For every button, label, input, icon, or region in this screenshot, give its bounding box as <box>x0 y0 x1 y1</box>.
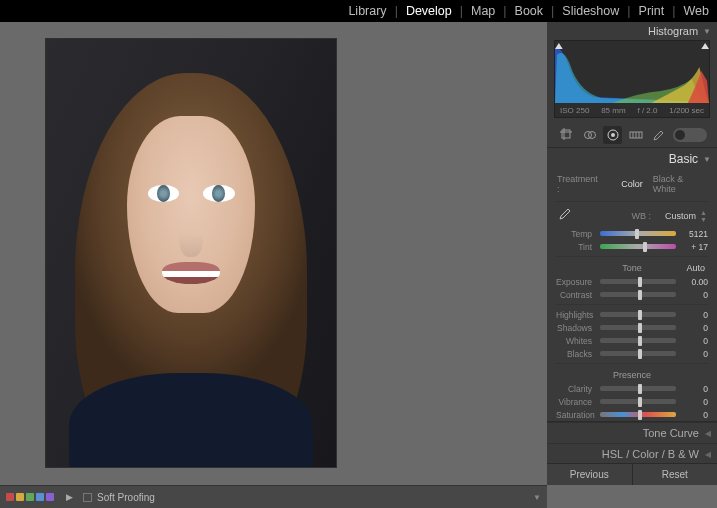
photo-canvas[interactable] <box>46 39 336 467</box>
reset-button[interactable]: Reset <box>633 464 718 485</box>
highlights-value[interactable]: 0 <box>680 310 708 320</box>
tint-label: Tint <box>556 242 596 252</box>
shadows-value[interactable]: 0 <box>680 323 708 333</box>
redeye-tool-icon[interactable] <box>603 126 622 144</box>
tint-value[interactable]: + 17 <box>680 242 708 252</box>
tone-curve-panel[interactable]: Tone Curve▶ <box>547 422 717 443</box>
auto-button[interactable]: Auto <box>686 263 705 273</box>
tab-library[interactable]: Library <box>346 4 388 18</box>
svg-marker-1 <box>701 43 709 49</box>
tab-slideshow[interactable]: Slideshow <box>560 4 621 18</box>
blacks-slider[interactable] <box>600 351 676 356</box>
clarity-slider[interactable] <box>600 386 676 391</box>
tab-book[interactable]: Book <box>513 4 546 18</box>
wb-dropper-icon[interactable] <box>557 208 573 224</box>
blacks-value[interactable]: 0 <box>680 349 708 359</box>
clarity-label: Clarity <box>556 384 596 394</box>
vibrance-label: Vibrance <box>556 397 596 407</box>
workspace <box>0 22 547 485</box>
label-blue[interactable] <box>36 493 44 501</box>
histogram[interactable]: ISO 250 85 mm f / 2.0 1/200 sec <box>554 40 710 118</box>
contrast-label: Contrast <box>556 290 596 300</box>
temp-label: Temp <box>556 229 596 239</box>
highlights-slider[interactable] <box>600 312 676 317</box>
whites-slider[interactable] <box>600 338 676 343</box>
saturation-label: Saturation <box>556 410 596 420</box>
presence-label: Presence <box>613 370 651 380</box>
tab-map[interactable]: Map <box>469 4 497 18</box>
tool-toggle[interactable] <box>673 128 707 142</box>
wb-value[interactable]: Custom <box>665 211 696 221</box>
tone-label: Tone <box>622 263 642 273</box>
label-red[interactable] <box>6 493 14 501</box>
whites-label: Whites <box>556 336 596 346</box>
exif-aperture: f / 2.0 <box>637 106 657 115</box>
temp-value[interactable]: 5121 <box>680 229 708 239</box>
tab-web[interactable]: Web <box>682 4 711 18</box>
svg-marker-0 <box>555 43 563 49</box>
blacks-label: Blacks <box>556 349 596 359</box>
treatment-color[interactable]: Color <box>621 179 643 189</box>
tab-develop[interactable]: Develop <box>404 4 454 18</box>
exposure-value[interactable]: 0.00 <box>680 277 708 287</box>
exif-focal: 85 mm <box>601 106 625 115</box>
treatment-bw[interactable]: Black & White <box>653 174 707 194</box>
tab-print[interactable]: Print <box>637 4 667 18</box>
svg-rect-2 <box>562 130 570 138</box>
portrait-image <box>46 39 336 467</box>
shadows-label: Shadows <box>556 323 596 333</box>
tint-slider[interactable] <box>600 244 676 249</box>
bottom-toolbar: ▶ Soft Proofing ▼ <box>0 485 547 508</box>
treatment-label: Treatment : <box>557 174 601 194</box>
label-yellow[interactable] <box>16 493 24 501</box>
exposure-slider[interactable] <box>600 279 676 284</box>
exif-iso: ISO 250 <box>560 106 589 115</box>
highlights-label: Highlights <box>556 310 596 320</box>
basic-panel-header[interactable]: Basic▼ <box>547 147 717 170</box>
exif-shutter: 1/200 sec <box>669 106 704 115</box>
contrast-value[interactable]: 0 <box>680 290 708 300</box>
gradient-tool-icon[interactable] <box>626 126 645 144</box>
temp-slider[interactable] <box>600 231 676 236</box>
develop-panel: Histogram▼ ISO 250 85 mm f / 2.0 1/200 s… <box>547 22 717 485</box>
module-picker: Library| Develop| Map| Book| Slideshow| … <box>0 0 717 22</box>
saturation-slider[interactable] <box>600 412 676 417</box>
vibrance-slider[interactable] <box>600 399 676 404</box>
toolbar-dropdown-icon[interactable]: ▼ <box>533 493 541 502</box>
svg-point-6 <box>611 133 615 137</box>
shadows-slider[interactable] <box>600 325 676 330</box>
saturation-value[interactable]: 0 <box>680 410 708 420</box>
wb-label: WB : <box>632 211 652 221</box>
soft-proof-label: Soft Proofing <box>97 492 155 503</box>
vibrance-value[interactable]: 0 <box>680 397 708 407</box>
soft-proof-checkbox[interactable] <box>83 493 92 502</box>
label-green[interactable] <box>26 493 34 501</box>
whites-value[interactable]: 0 <box>680 336 708 346</box>
label-purple[interactable] <box>46 493 54 501</box>
crop-tool-icon[interactable] <box>557 126 576 144</box>
spot-tool-icon[interactable] <box>580 126 599 144</box>
play-icon[interactable]: ▶ <box>66 492 73 502</box>
histogram-header[interactable]: Histogram▼ <box>547 22 717 40</box>
contrast-slider[interactable] <box>600 292 676 297</box>
clarity-value[interactable]: 0 <box>680 384 708 394</box>
brush-tool-icon[interactable] <box>650 126 669 144</box>
wb-dropdown-icon[interactable]: ▲▼ <box>700 209 707 223</box>
hsl-panel[interactable]: HSL / Color / B & W▶ <box>547 443 717 464</box>
previous-button[interactable]: Previous <box>547 464 633 485</box>
exposure-label: Exposure <box>556 277 596 287</box>
tool-strip <box>554 123 710 147</box>
